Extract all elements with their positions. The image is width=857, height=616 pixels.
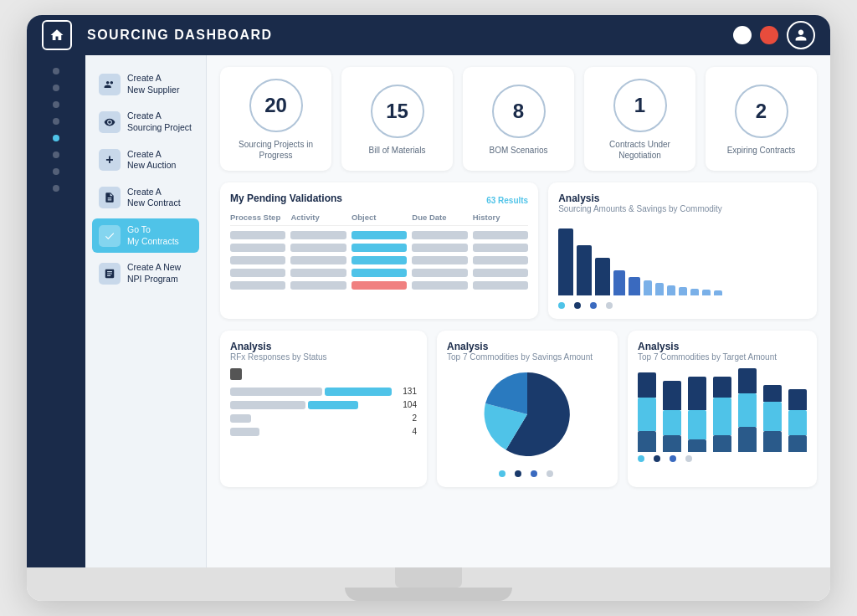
- sbar-col: [663, 381, 681, 452]
- sbar-col: [788, 389, 807, 452]
- sidebar-label-create-project: Create ASourcing Project: [127, 110, 192, 133]
- sidebar-item-npi-program[interactable]: Create A NewNPI Program: [92, 256, 199, 290]
- rfx-val: 131: [397, 387, 417, 396]
- sidebar-label-create-contract: Create ANew Contract: [127, 187, 181, 209]
- cell-gray: [473, 269, 528, 277]
- rfx-subtitle: RFx Responses by Status: [230, 352, 417, 362]
- sidebar-dot: [53, 168, 59, 175]
- home-button[interactable]: [42, 20, 72, 50]
- analysis-top-title: Analysis: [558, 192, 599, 204]
- pie-subtitle: Top 7 Commodities by Savings Amount: [447, 352, 608, 362]
- rfx-bar-wrap: [230, 401, 392, 409]
- sidebar-dot: [53, 68, 59, 74]
- notification-icon[interactable]: [733, 26, 752, 44]
- rfx-bar-gray: [230, 414, 251, 423]
- table-row[interactable]: [230, 244, 528, 252]
- sidebar-item-create-project[interactable]: Create ASourcing Project: [92, 105, 199, 139]
- rfx-panel: Analysis RFx Responses by Status 131: [220, 331, 427, 487]
- legend-dot-teal: [558, 302, 565, 309]
- legend-dot: [515, 470, 521, 477]
- rfx-row: 4: [230, 427, 417, 436]
- kpi-card-bom[interactable]: 15 Bill of Materials: [341, 67, 453, 171]
- sidebar-item-create-auction[interactable]: + Create ANew Auction: [92, 143, 199, 177]
- legend-dot: [531, 470, 537, 477]
- table-row[interactable]: [230, 231, 528, 239]
- sidebar-item-create-supplier[interactable]: Create ANew Supplier: [92, 67, 199, 101]
- table-row[interactable]: [230, 281, 528, 290]
- sbar-seg-mid: [738, 427, 757, 452]
- rfx-row: 104: [230, 400, 417, 409]
- sbar-seg-dark: [788, 389, 807, 410]
- cell-gray: [230, 269, 285, 277]
- cell-gray: [290, 231, 346, 239]
- middle-panels-row: My Pending Validations 63 Results Proces…: [220, 182, 817, 319]
- stacked-bar-chart: [638, 368, 807, 452]
- rfx-bar-wrap: [230, 388, 392, 396]
- cell-gray: [412, 231, 467, 239]
- cell-gray: [412, 269, 467, 277]
- pending-title: My Pending Validations: [230, 192, 342, 204]
- cell-teal: [352, 269, 407, 277]
- auction-icon: +: [99, 149, 121, 171]
- kpi-card-contracts-negotiation[interactable]: 1 Contracts Under Negotiation: [584, 67, 695, 171]
- bar-col-6: [644, 280, 652, 295]
- stand-base: [345, 588, 512, 601]
- sidebar-dot-active: [53, 135, 59, 141]
- bar-col-2: [577, 245, 592, 295]
- analysis-bar-chart: [558, 220, 807, 295]
- bar-col-7: [655, 283, 664, 295]
- kpi-card-expiring-contracts[interactable]: 2 Expiring Contracts: [706, 67, 817, 171]
- sidebar-item-my-contracts[interactable]: Go ToMy Contracts: [92, 218, 199, 253]
- kpi-value-sourcing-projects: 20: [249, 79, 303, 132]
- legend-dot: [685, 455, 692, 462]
- results-badge: 63 Results: [486, 196, 528, 205]
- sidebar-item-create-contract[interactable]: Create ANew Contract: [92, 181, 199, 215]
- kpi-value-contracts-negotiation: 1: [613, 79, 667, 132]
- sbar-seg-teal: [638, 398, 656, 431]
- sidebar-dot: [53, 185, 59, 192]
- rfx-bar-gray: [230, 388, 322, 396]
- legend-dot: [638, 455, 644, 462]
- kpi-label-contracts-negotiation: Contracts Under Negotiation: [591, 139, 689, 161]
- analysis-legend: [558, 302, 807, 309]
- project-icon: [99, 111, 121, 133]
- bar-col-4: [613, 270, 625, 295]
- rfx-bar-wrap: [230, 414, 392, 423]
- kpi-card-bom-scenarios[interactable]: 8 BOM Scenarios: [463, 67, 574, 171]
- sbar-seg-teal: [688, 410, 706, 439]
- kpi-row: 20 Sourcing Projects in Progress 15 Bill…: [220, 67, 817, 171]
- bar2-title: Analysis: [638, 341, 679, 352]
- cell-teal: [352, 231, 407, 239]
- cell-teal: [352, 256, 407, 264]
- cell-gray: [290, 244, 346, 252]
- monitor-stand: [27, 567, 830, 601]
- kpi-value-bom-scenarios: 8: [492, 85, 546, 138]
- sidebar-dot: [53, 151, 59, 158]
- cell-gray: [230, 231, 285, 239]
- cell-gray: [290, 269, 346, 277]
- col-history: History: [473, 213, 528, 222]
- legend-dot: [670, 455, 676, 462]
- analysis-top-panel: Analysis Sourcing Amounts & Savings by C…: [548, 182, 817, 319]
- sidebar: [27, 55, 85, 567]
- pie-panel: Analysis Top 7 Commodities by Savings Am…: [437, 331, 618, 487]
- cell-gray: [473, 244, 528, 252]
- sbar-seg-mid: [763, 431, 782, 452]
- table-rows: [230, 231, 528, 290]
- supplier-icon: [99, 74, 121, 95]
- user-avatar[interactable]: [787, 21, 815, 49]
- alert-icon[interactable]: [760, 26, 778, 44]
- topbar-icons: [733, 21, 815, 49]
- kpi-card-sourcing-projects[interactable]: 20 Sourcing Projects in Progress: [220, 67, 331, 171]
- sbar-col: [688, 377, 706, 452]
- cell-gray: [473, 231, 528, 239]
- table-headers: Process Step Activity Object Due Date Hi…: [230, 213, 528, 226]
- rfx-title: Analysis: [230, 341, 271, 352]
- table-row[interactable]: [230, 256, 528, 264]
- legend-dot-mid: [590, 302, 597, 309]
- kpi-label-expiring-contracts: Expiring Contracts: [727, 145, 796, 156]
- cell-gray: [290, 256, 346, 264]
- table-row[interactable]: [230, 269, 528, 277]
- main-content: 20 Sourcing Projects in Progress 15 Bill…: [207, 55, 830, 567]
- rfx-bar-wrap: [230, 428, 392, 436]
